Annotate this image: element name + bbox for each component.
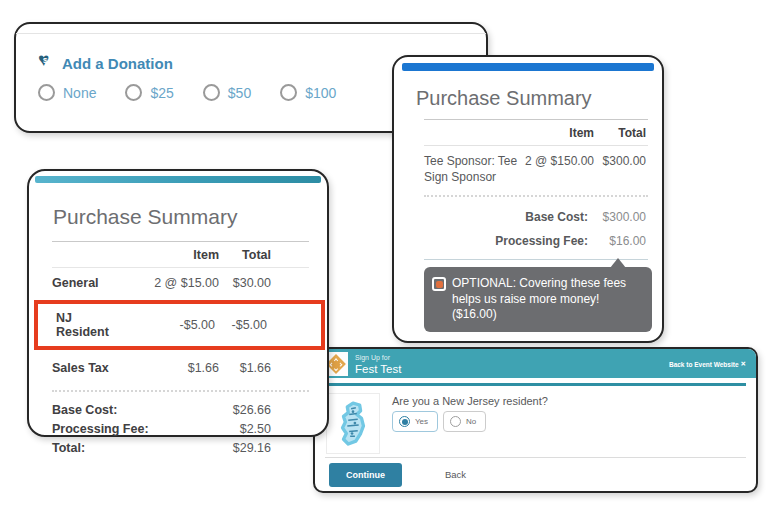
- heart-dollar-icon: ♥$: [38, 54, 56, 72]
- column-header-total: Total: [219, 248, 271, 262]
- question-image-box: [326, 393, 380, 454]
- dotted-divider: [52, 390, 309, 392]
- radio-icon[interactable]: [38, 84, 55, 101]
- column-header-total: Total: [594, 126, 646, 140]
- nj-resident-options: Yes No: [392, 411, 486, 432]
- donation-option-25[interactable]: $25: [125, 84, 173, 101]
- column-header-item: Item: [127, 248, 219, 262]
- purchase-summary-title: Purchase Summary: [53, 205, 237, 229]
- back-to-event-website-link[interactable]: Back to Event Website ✕: [669, 360, 746, 368]
- section-divider: [16, 33, 486, 34]
- fee-tooltip: OPTIONAL: Covering these fees helps us r…: [424, 267, 652, 332]
- fee-tooltip-text: OPTIONAL: Covering these fees helps us r…: [452, 276, 643, 323]
- radio-icon[interactable]: [203, 84, 220, 101]
- radio-icon[interactable]: [125, 84, 142, 101]
- total-row-base-cost: Base Cost: $26.66: [52, 401, 309, 420]
- signup-eyebrow: Sign Up for: [355, 354, 390, 361]
- summary-table: Item Total General 2 @ $15.00 $30.00 NJ …: [52, 241, 309, 457]
- radio-selected-icon[interactable]: [399, 416, 410, 427]
- table-row-nj-resident-highlighted: NJ Resident -$5.00 -$5.00: [34, 300, 325, 350]
- total-row-processing-fee: Processing Fee: $2.50: [52, 420, 309, 439]
- table-row-general: General 2 @ $15.00 $30.00: [52, 268, 309, 298]
- back-button[interactable]: Back: [445, 469, 466, 480]
- radio-icon[interactable]: [280, 84, 297, 101]
- subtotal-row-processing-fee: Processing Fee: $16.00: [424, 229, 648, 253]
- radio-unselected-icon[interactable]: [450, 416, 461, 427]
- total-row-total: Total: $29.16: [52, 439, 309, 458]
- continue-button[interactable]: Continue: [329, 463, 402, 487]
- table-row-sales-tax: Sales Tax $1.66 $1.66: [52, 353, 309, 383]
- close-icon[interactable]: ✕: [741, 360, 746, 368]
- teal-gradient-bar: [35, 176, 321, 183]
- signup-panel: Sign Up for Fest Test Back to Event Webs…: [313, 347, 758, 493]
- donation-option-none[interactable]: None: [38, 84, 96, 101]
- event-title: Fest Test: [355, 363, 401, 375]
- dotted-divider: [424, 195, 648, 197]
- signup-footer: Continue Back: [315, 458, 756, 491]
- donation-heading: ♥$ Add a Donation: [38, 54, 173, 72]
- new-jersey-map-icon: [334, 400, 372, 448]
- fee-optional-checkbox-icon[interactable]: [432, 277, 446, 291]
- option-yes[interactable]: Yes: [392, 411, 438, 432]
- event-logo-diamond-icon: [326, 354, 346, 374]
- donation-title: Add a Donation: [62, 55, 173, 72]
- blue-bar: [402, 63, 654, 71]
- signup-header: Sign Up for Fest Test Back to Event Webs…: [315, 349, 756, 378]
- table-header-row: Item Total: [52, 241, 309, 268]
- donation-options: None $25 $50 $100: [38, 84, 336, 101]
- purchase-summary-title: Purchase Summary: [416, 87, 592, 110]
- table-row-tee-sponsor: Tee Sponsor: Tee Sign Sponsor 2 @ $150.0…: [424, 146, 648, 193]
- teal-rule: [325, 383, 746, 386]
- option-no[interactable]: No: [443, 411, 486, 432]
- donation-option-50[interactable]: $50: [203, 84, 251, 101]
- column-header-item: Item: [520, 126, 594, 140]
- purchase-summary-card-left: Purchase Summary Item Total General 2 @ …: [27, 169, 329, 437]
- donation-option-100[interactable]: $100: [280, 84, 336, 101]
- nj-resident-question: Are you a New Jersey resident?: [392, 395, 548, 407]
- subtotal-row-base-cost: Base Cost: $300.00: [424, 205, 648, 229]
- table-header-row: Item Total: [424, 119, 648, 146]
- purchase-summary-card-right: Purchase Summary Item Total Tee Sponsor:…: [392, 55, 664, 343]
